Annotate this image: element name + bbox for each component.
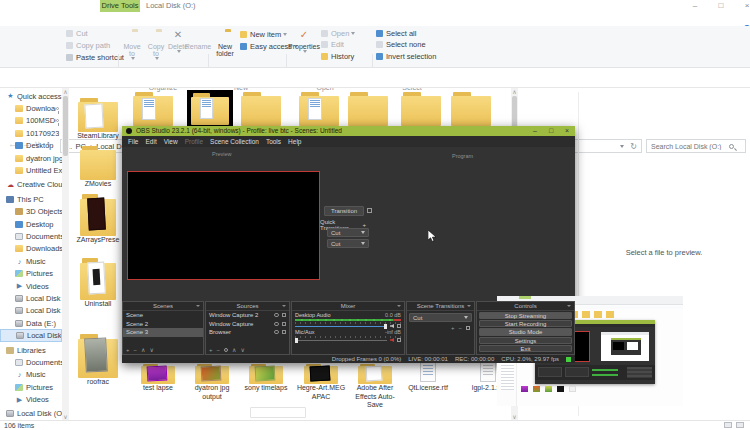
- move-to-button[interactable]: Move to: [120, 29, 144, 60]
- sidebar-scrollbar[interactable]: ∧ ∨: [62, 88, 69, 420]
- sidebar-item-pictures[interactable]: Pictures: [0, 267, 62, 279]
- scene-row-1[interactable]: Scene: [123, 311, 203, 320]
- folder-item[interactable]: [299, 92, 339, 126]
- new-item-button[interactable]: New item: [240, 29, 287, 40]
- sidebar-item-3d-objects[interactable]: 3D Objects: [0, 206, 62, 218]
- speaker-muted-icon[interactable]: [390, 338, 394, 342]
- sidebar-item-lib-music[interactable]: ♪Music: [0, 369, 62, 381]
- file-steamlibrary[interactable]: SteamLibrary: [72, 98, 124, 141]
- sidebar-item-untitled-export[interactable]: Untitled Export: [0, 164, 62, 176]
- properties-button[interactable]: ✓ Properties: [289, 29, 319, 53]
- file-zmovies[interactable]: ZMovies: [74, 146, 122, 189]
- channel-settings-icon[interactable]: [397, 324, 401, 328]
- move-source-down-icon[interactable]: ∨: [240, 346, 244, 353]
- sidebar-item-libraries[interactable]: Libraries: [0, 344, 62, 356]
- source-row-3[interactable]: Browser: [206, 328, 289, 337]
- lock-icon[interactable]: [282, 330, 286, 334]
- menu-profile[interactable]: Profile: [185, 138, 203, 145]
- move-scene-down-icon[interactable]: ∨: [149, 346, 153, 353]
- folder-item[interactable]: [451, 92, 491, 126]
- preview-canvas[interactable]: [127, 171, 320, 280]
- move-source-up-icon[interactable]: ∧: [232, 346, 236, 353]
- sidebar-item-data-e[interactable]: Data (E:): [0, 317, 62, 329]
- obs-maximize-button[interactable]: □: [543, 126, 559, 136]
- sidebar-item-desktop[interactable]: Desktop: [0, 140, 62, 152]
- sidebar-item-lib-documents[interactable]: Documents: [0, 356, 62, 368]
- sidebar-item-local-disk-d[interactable]: Local Disk (D:): [0, 305, 62, 317]
- transition-select[interactable]: Cut: [409, 313, 472, 322]
- file-test-lapse[interactable]: test lapse: [132, 364, 184, 393]
- exit-button[interactable]: Exit: [479, 345, 572, 352]
- new-folder-button[interactable]: New folder: [211, 29, 239, 57]
- address-dropdown-icon[interactable]: [620, 145, 624, 148]
- quick-transition-cut-1[interactable]: Cut: [327, 228, 369, 237]
- scene-row-2[interactable]: Scene 2: [123, 320, 203, 329]
- scene-row-3-selected[interactable]: Scene 3: [123, 328, 203, 337]
- transition-properties-icon[interactable]: [367, 208, 372, 213]
- file-qtlicense[interactable]: QtLicense.rtf: [402, 362, 454, 393]
- file-dyatron-output[interactable]: dyatron jpg output: [186, 364, 238, 401]
- search-box[interactable]: [646, 139, 746, 153]
- source-properties-icon[interactable]: [224, 348, 228, 352]
- copy-path-button[interactable]: Copy path: [66, 40, 110, 51]
- source-row-1[interactable]: Window Capture 2: [206, 311, 289, 320]
- speaker-icon[interactable]: [390, 324, 394, 328]
- folder-item-dark[interactable]: [187, 90, 233, 128]
- volume-slider[interactable]: [295, 326, 387, 327]
- file-uninstall[interactable]: Uninstall: [74, 258, 122, 309]
- menu-scene-collection[interactable]: Scene Collection: [210, 138, 259, 145]
- details-view-icon[interactable]: [724, 422, 732, 428]
- refresh-icon[interactable]: ↻: [630, 142, 637, 151]
- sidebar-item-downloads[interactable]: Downloads: [0, 102, 62, 114]
- quick-transition-cut-2[interactable]: Cut: [327, 239, 369, 248]
- panel-menu-icon[interactable]: [567, 305, 571, 307]
- scroll-up-icon[interactable]: ∧: [511, 88, 518, 95]
- lock-icon[interactable]: [282, 322, 286, 326]
- menu-tools[interactable]: Tools: [266, 138, 281, 145]
- slider-handle[interactable]: [384, 324, 387, 329]
- folder-item[interactable]: [133, 92, 173, 126]
- sidebar-item-desktop-pc[interactable]: Desktop: [0, 218, 62, 230]
- file-roofrac[interactable]: roofrac: [72, 334, 124, 387]
- volume-slider[interactable]: [295, 340, 387, 341]
- remove-scene-icon[interactable]: −: [134, 347, 138, 353]
- sidebar-item-local-disk-c[interactable]: Local Disk (C:): [0, 292, 62, 304]
- menu-help[interactable]: Help: [288, 138, 301, 145]
- folder-item[interactable]: [348, 92, 388, 126]
- sidebar-item-music[interactable]: ♪Music: [0, 255, 62, 267]
- add-source-icon[interactable]: +: [209, 347, 213, 353]
- sidebar-item-10170923[interactable]: 10170923: [0, 127, 62, 139]
- search-input[interactable]: [647, 143, 729, 150]
- edit-button[interactable]: Edit: [321, 39, 344, 50]
- folder-item[interactable]: [401, 92, 441, 126]
- file-zarrayspreset[interactable]: ZArraysPrese: [74, 194, 122, 245]
- start-recording-button[interactable]: Start Recording: [479, 320, 572, 327]
- sidebar-item-lib-videos[interactable]: ▶Videos: [0, 393, 62, 405]
- obs-titlebar[interactable]: OBS Studio 23.2.1 (64-bit, windows) - Pr…: [122, 126, 575, 136]
- studio-mode-button[interactable]: Studio Mode: [479, 328, 572, 335]
- visibility-icon[interactable]: [274, 322, 279, 326]
- obs-minimize-button[interactable]: –: [527, 126, 543, 136]
- settings-button[interactable]: Settings: [479, 337, 572, 344]
- sidebar-item-100msdcf[interactable]: 100MSDCF: [0, 115, 62, 127]
- minimize-button[interactable]: –: [684, 0, 706, 12]
- file-ae-autosave[interactable]: Adobe After Effects Auto-Save: [348, 364, 402, 410]
- file-hegre-art[interactable]: Hegre-Art.MEG APAC: [294, 364, 348, 401]
- sidebar-item-this-pc[interactable]: This PC: [0, 193, 62, 205]
- select-none-button[interactable]: Select none: [376, 39, 426, 50]
- select-all-button[interactable]: Select all: [376, 28, 416, 39]
- visibility-icon[interactable]: [274, 313, 279, 317]
- maximize-button[interactable]: □: [710, 0, 732, 12]
- scroll-down-icon[interactable]: ∨: [62, 413, 69, 420]
- sidebar-item-creative-cloud[interactable]: ☁Creative Cloud Fil: [0, 179, 62, 191]
- scroll-down-icon[interactable]: ∨: [511, 413, 518, 420]
- transition-properties-icon[interactable]: [466, 326, 470, 330]
- file-sony-timelaps[interactable]: sony timelaps: [240, 364, 292, 393]
- menu-view[interactable]: View: [164, 138, 178, 145]
- sidebar-item-downloads-pc[interactable]: Downloads: [0, 243, 62, 255]
- sidebar-item-quick-access[interactable]: ★Quick access: [0, 90, 62, 102]
- invert-selection-button[interactable]: Invert selection: [376, 51, 436, 62]
- move-scene-up-icon[interactable]: ∧: [141, 346, 145, 353]
- remove-transition-icon[interactable]: −: [458, 325, 462, 331]
- slider-handle[interactable]: [295, 338, 298, 343]
